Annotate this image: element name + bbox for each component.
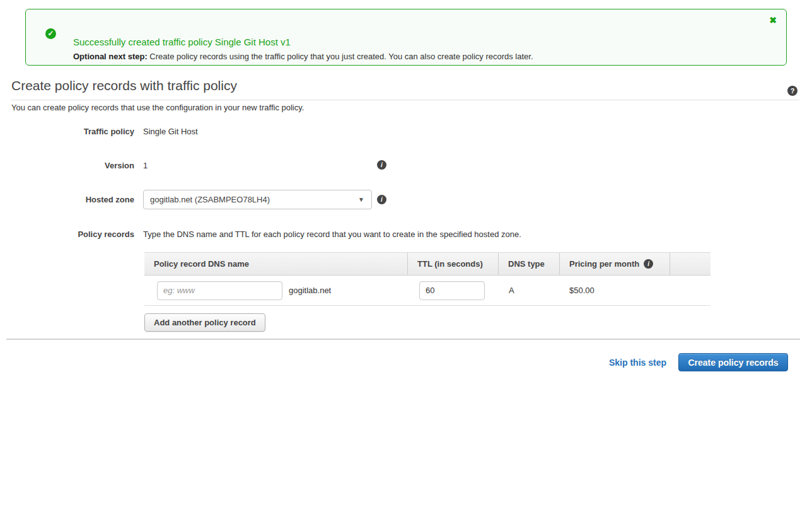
- pricing-info-icon[interactable]: i: [644, 259, 653, 269]
- hosted-zone-selected-value: gogitlab.net (ZSABMPEO78LH4): [150, 195, 270, 204]
- header-pricing: Pricing per month i: [559, 253, 670, 275]
- footer-divider: [6, 339, 800, 340]
- version-label: Version: [11, 161, 134, 170]
- page-title: Create policy records with traffic polic…: [11, 78, 799, 100]
- help-icon[interactable]: ?: [787, 86, 798, 96]
- traffic-policy-value: Single Git Host: [143, 127, 198, 136]
- table-row: gogitlab.net A $50.00: [144, 276, 710, 306]
- traffic-policy-label: Traffic policy: [11, 127, 134, 136]
- chevron-down-icon: ▼: [358, 190, 364, 209]
- dns-type-value: A: [498, 286, 514, 295]
- ttl-input[interactable]: [419, 281, 485, 300]
- table-header-row: Policy record DNS name TTL (in seconds) …: [144, 252, 710, 276]
- success-check-icon: ✓: [45, 28, 56, 39]
- success-banner: ✓ Successfully created traffic policy Si…: [25, 9, 787, 66]
- banner-subtext-label: Optional next step:: [73, 52, 148, 61]
- skip-step-link[interactable]: Skip this step: [609, 358, 666, 368]
- page-header: Create policy records with traffic polic…: [11, 78, 799, 100]
- policy-records-description: Type the DNS name and TTL for each polic…: [143, 230, 521, 239]
- page-description: You can create policy records that use t…: [11, 103, 304, 112]
- add-policy-record-button[interactable]: Add another policy record: [144, 313, 265, 332]
- version-info-icon[interactable]: i: [377, 160, 386, 170]
- banner-subtext-body: Create policy records using the traffic …: [148, 52, 533, 61]
- pricing-value: $50.00: [559, 286, 594, 295]
- policy-records-label: Policy records: [11, 230, 134, 239]
- header-ttl: TTL (in seconds): [407, 253, 498, 275]
- domain-suffix: gogitlab.net: [289, 286, 331, 295]
- hosted-zone-info-icon[interactable]: i: [377, 195, 386, 204]
- banner-close-icon[interactable]: ✖: [769, 16, 777, 25]
- header-actions: [670, 253, 710, 275]
- header-dns-type: DNS type: [498, 253, 559, 275]
- banner-subtext: Optional next step: Create policy record…: [73, 52, 533, 61]
- policy-records-table: Policy record DNS name TTL (in seconds) …: [144, 252, 710, 306]
- banner-title: Successfully created traffic policy Sing…: [73, 37, 533, 47]
- hosted-zone-label: Hosted zone: [11, 195, 134, 204]
- hosted-zone-select[interactable]: gogitlab.net (ZSABMPEO78LH4) ▼: [143, 190, 372, 209]
- header-dns-name: Policy record DNS name: [144, 253, 407, 275]
- dns-name-input[interactable]: [157, 281, 282, 300]
- create-policy-records-button[interactable]: Create policy records: [678, 353, 788, 371]
- version-value: 1: [143, 161, 148, 170]
